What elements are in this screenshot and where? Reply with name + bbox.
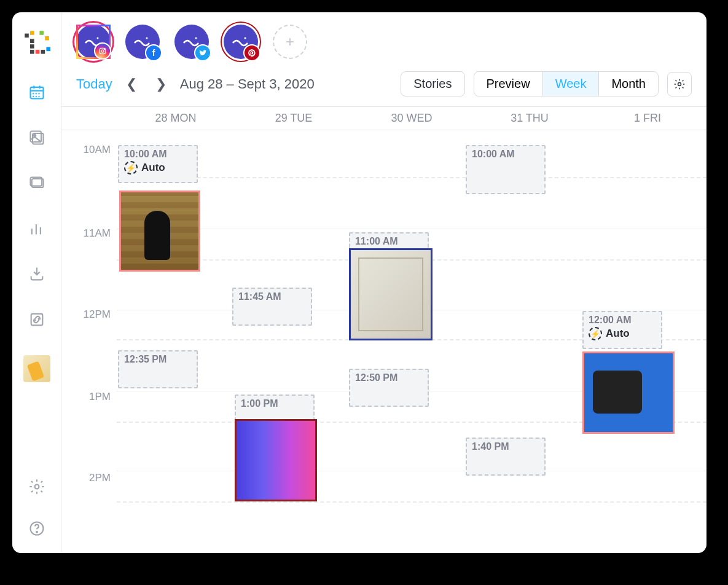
svg-point-37 [195,37,197,39]
slot-thu-1340[interactable]: 1:40 PM [466,438,546,476]
preview-tab[interactable]: Preview [474,72,543,96]
nav-conversations-icon[interactable] [27,173,47,193]
app-window: f + Today ❮ ❯ Aug 28 – Sept 3, 2020 [12,12,706,553]
slot-tue-1145[interactable]: 11:45 AM [232,288,312,326]
week-tab[interactable]: Week [543,72,600,96]
slot-fri-1200[interactable]: 12:00 AM ⚡ Auto [582,311,662,349]
add-account-button[interactable]: + [273,25,307,59]
days-header: 28 MON 29 TUE 30 WED 31 THU 1 FRI [61,106,706,130]
nav-analytics-icon[interactable] [27,219,47,238]
slot-time: 12:35 PM [124,354,192,365]
svg-point-35 [104,49,104,50]
svg-rect-3 [45,36,49,41]
svg-point-31 [36,532,37,533]
auto-label: Auto [141,162,165,174]
date-range: Aug 28 – Sept 3, 2020 [180,76,315,92]
auto-indicator: ⚡ Auto [124,161,192,175]
slot-time: 1:00 PM [241,398,308,409]
post-card-fri[interactable] [582,351,675,434]
nav-help-icon[interactable] [27,519,47,538]
post-thumbnail [351,250,431,339]
slot-time: 11:00 AM [355,236,423,247]
svg-rect-2 [39,31,44,35]
time-12pm: 12PM [84,308,111,321]
slot-time: 10:00 AM [472,149,539,160]
calendar-toolbar: Today ❮ ❯ Aug 28 – Sept 3, 2020 Stories … [61,65,706,106]
calendar-settings-button[interactable] [667,72,692,96]
next-week-button[interactable]: ❯ [151,74,171,95]
svg-rect-1 [30,31,34,35]
slot-time: 1:40 PM [472,441,539,452]
post-thumbnail [584,353,673,432]
svg-rect-4 [30,39,34,43]
svg-rect-0 [25,34,29,38]
day-head-mon: 28 MON [117,112,235,125]
svg-rect-6 [30,50,34,54]
svg-point-38 [245,37,246,39]
svg-rect-7 [35,50,39,54]
post-thumbnail [237,421,315,500]
twitter-badge-icon [194,44,211,61]
post-card-wed[interactable] [349,248,432,340]
day-head-fri: 1 FRI [589,112,706,125]
svg-point-34 [101,50,104,52]
post-card-tue[interactable] [235,419,317,501]
svg-rect-9 [46,47,50,52]
calendar-grid: 10AM 11AM 12PM 1PM 2PM 10:00 AM [61,130,706,553]
time-2pm: 2PM [89,472,111,484]
account-instagram[interactable] [76,25,111,59]
svg-rect-8 [41,50,45,54]
time-11am: 11AM [84,227,111,240]
pinterest-badge-icon [243,44,260,61]
account-pinterest[interactable] [224,25,258,59]
accounts-row: f + [61,12,706,65]
nav-calendar-icon[interactable] [27,82,47,102]
time-column: 10AM 11AM 12PM 1PM 2PM [61,130,117,553]
auto-label: Auto [606,328,630,340]
svg-point-36 [146,37,148,39]
month-tab[interactable]: Month [599,72,658,96]
slot-thu-1000[interactable]: 10:00 AM [466,145,546,194]
prev-week-button[interactable]: ❮ [121,74,142,95]
slot-mon-1000[interactable]: 10:00 AM ⚡ Auto [118,145,198,183]
slot-time: 11:45 AM [238,291,306,302]
nav-settings-icon[interactable] [27,477,47,497]
nav-user-thumbnail[interactable] [23,355,50,382]
svg-rect-5 [30,44,34,49]
account-facebook[interactable]: f [125,25,160,59]
svg-point-32 [97,37,99,39]
today-link[interactable]: Today [76,76,112,92]
view-segmented-control: Preview Week Month [474,71,659,96]
svg-point-39 [678,82,681,85]
bolt-icon: ⚡ [124,161,138,175]
svg-point-29 [34,485,39,489]
slot-time: 12:00 AM [589,315,656,326]
main-panel: f + Today ❮ ❯ Aug 28 – Sept 3, 2020 [61,12,706,553]
slot-wed-1250[interactable]: 12:50 PM [349,369,429,407]
bolt-icon: ⚡ [589,327,602,340]
nav-collect-icon[interactable] [27,264,47,284]
facebook-badge-icon: f [145,44,162,61]
sidebar [12,12,61,553]
instagram-badge-icon [94,42,111,60]
auto-indicator: ⚡ Auto [589,327,656,340]
nav-linkinbio-icon[interactable] [27,310,47,329]
app-logo [23,29,50,57]
day-head-thu: 31 THU [471,112,589,125]
svg-rect-28 [31,314,42,326]
account-twitter[interactable] [174,25,209,59]
stories-button[interactable]: Stories [401,71,464,96]
nav-media-icon[interactable] [27,128,47,147]
slot-time: 10:00 AM [124,149,192,160]
day-head-tue: 29 TUE [235,112,353,125]
day-head-wed: 30 WED [353,112,471,125]
svg-rect-10 [30,87,43,99]
post-thumbnail [121,192,198,270]
post-card-mon[interactable] [119,190,200,272]
slot-time: 12:50 PM [355,372,423,383]
time-10am: 10AM [84,144,111,156]
slot-mon-1235[interactable]: 12:35 PM [118,350,198,388]
grid-body[interactable]: 10:00 AM ⚡ Auto 10:00 AM 11:00 AM [117,130,706,553]
time-1pm: 1PM [89,391,111,403]
